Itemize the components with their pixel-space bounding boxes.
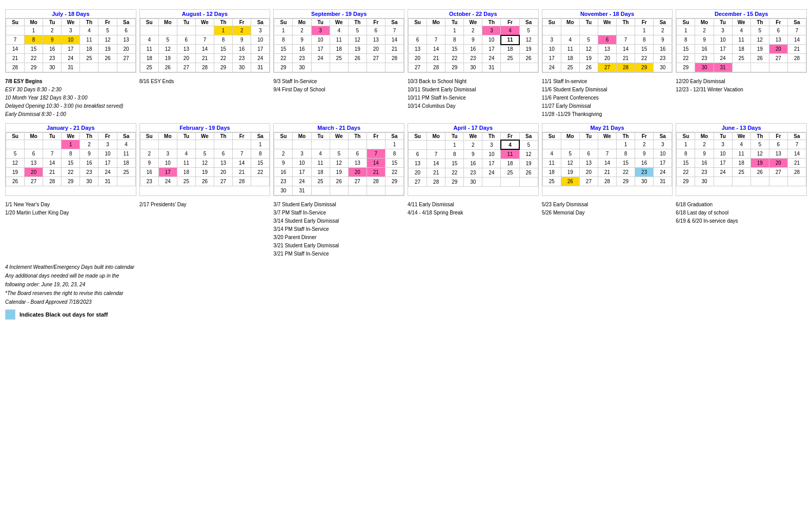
month-block: May 21 DaysSuMoTuWeThFrSa123456789101112…: [542, 123, 673, 196]
month-block: January - 21 DaysSuMoTuWeThFrSa123456789…: [5, 123, 136, 196]
notes-col: 5/23 Early Dismissal5/26 Memorial Day: [542, 201, 673, 259]
calendars-bottom: January - 21 DaysSuMoTuWeThFrSa123456789…: [5, 123, 807, 196]
notes-bottom: 1/1 New Year's Day1/20 Martin Luther Kin…: [5, 201, 807, 259]
month-block: July - 18 DaysSuMoTuWeThFrSa123456789101…: [5, 9, 136, 73]
legend: Indicates Black out days for staff: [5, 309, 404, 320]
month-block: February - 19 DaysSuMoTuWeThFrSa12345678…: [139, 123, 271, 196]
month-block: September - 19 DaysSuMoTuWeThFrSa1234567…: [273, 9, 404, 73]
notes-top: 7/8 ESY BeginsESY 30 Days 8:30 - 2:3010 …: [5, 78, 807, 119]
footer-area: 4 Inclement Weather/Emergency Days built…: [5, 263, 807, 320]
notes-col: 11/1 Staff In-service11/6 Student Early …: [542, 78, 673, 119]
legend-box: [5, 309, 15, 320]
notes-col: 4/11 Early Dismissal4/14 - 4/18 Spring B…: [408, 201, 539, 259]
notes-col: 8/16 ESY Ends: [139, 78, 271, 119]
month-block: August - 12 DaysSuMoTuWeThFrSa1234567891…: [139, 9, 271, 73]
footer-text: 4 Inclement Weather/Emergency Days built…: [5, 263, 404, 320]
notes-col: 3/7 Student Early Dismissal3/7 PM Staff …: [273, 201, 404, 259]
notes-col: 1/1 New Year's Day1/20 Martin Luther Kin…: [5, 201, 136, 259]
notes-col: 10/3 Back to School Night10/11 Student E…: [408, 78, 539, 119]
calendars-top: July - 18 DaysSuMoTuWeThFrSa123456789101…: [5, 9, 807, 73]
month-block: October - 22 DaysSuMoTuWeThFrSa123456789…: [408, 9, 539, 73]
notes-col: 7/8 ESY BeginsESY 30 Days 8:30 - 2:3010 …: [5, 78, 136, 119]
notes-col: 6/18 Graduation6/18 Last day of school6/…: [676, 201, 807, 259]
month-block: March - 21 DaysSuMoTuWeThFrSa12345678910…: [273, 123, 404, 196]
month-block: June - 13 DaysSuMoTuWeThFrSa123456789101…: [676, 123, 807, 196]
month-block: November - 18 DaysSuMoTuWeThFrSa12345678…: [542, 9, 673, 73]
notes-col: 2/17 Presidents' Day: [139, 201, 271, 259]
month-block: December - 15 DaysSuMoTuWeThFrSa12345678…: [676, 9, 807, 73]
notes-col: 12/20 Early Dismissal12/23 - 12/31 Winte…: [676, 78, 807, 119]
month-block: April - 17 DaysSuMoTuWeThFrSa12345678910…: [408, 123, 539, 196]
notes-col: 9/3 Staff In-Service9/4 First Day of Sch…: [273, 78, 404, 119]
